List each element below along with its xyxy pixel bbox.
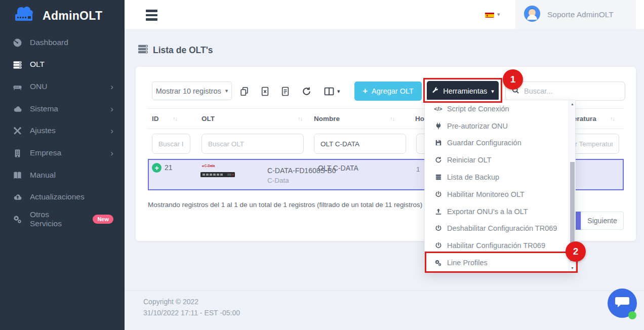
power-icon bbox=[434, 242, 442, 249]
column-visibility-icon[interactable]: ▾ bbox=[324, 87, 340, 96]
sidebar-item-dashboard[interactable]: Dashboard bbox=[0, 34, 125, 51]
building-icon bbox=[12, 148, 22, 158]
pagination-next-button[interactable]: Siguiente bbox=[581, 212, 624, 230]
caret-down-icon: ▾ bbox=[337, 88, 340, 95]
caret-down-icon: ▾ bbox=[497, 11, 500, 18]
menu-item-script-de-conexion[interactable]: </> Script de Conexión bbox=[425, 100, 575, 117]
chevron-right-icon: › bbox=[110, 149, 113, 157]
footer-datetime: 31/10/2022 17:11 - EST -05:00 bbox=[143, 309, 240, 317]
sidebar-item-manual[interactable]: Manual bbox=[0, 167, 125, 184]
cell-nombre: OLT C-DATA bbox=[318, 164, 358, 172]
sort-icon: ↑↓ bbox=[610, 115, 615, 121]
plus-icon: + bbox=[363, 86, 368, 96]
book-icon bbox=[12, 170, 22, 180]
power-icon bbox=[434, 225, 442, 232]
show-entries-dropdown[interactable]: Mostrar 10 registros ▾ bbox=[152, 81, 232, 100]
chat-bubble-icon bbox=[615, 296, 630, 311]
olt-icon bbox=[12, 59, 22, 69]
upload-icon bbox=[434, 208, 442, 215]
save-icon bbox=[434, 139, 442, 146]
olt-device-image: ◄C-Data bbox=[199, 162, 237, 185]
sort-icon: ↑↓ bbox=[173, 115, 177, 121]
gears-icon bbox=[12, 214, 22, 224]
code-icon: </> bbox=[434, 106, 442, 112]
chevron-right-icon: › bbox=[110, 82, 113, 91]
menu-item-habilitar-monitoreo-olt[interactable]: Habilitar Monitoreo OLT bbox=[425, 186, 575, 203]
sidebar-item-label: Manual bbox=[30, 171, 56, 180]
dashboard-icon bbox=[12, 37, 22, 48]
sidebar-item-label: Empresa bbox=[30, 148, 61, 157]
table-search bbox=[505, 81, 625, 101]
menu-item-pre-autorizar-onu[interactable]: Pre-autorizar ONU bbox=[425, 117, 575, 135]
column-header-id[interactable]: ID bbox=[152, 115, 159, 122]
backup-icon bbox=[434, 174, 442, 181]
search-input[interactable] bbox=[524, 87, 619, 95]
tools-dropdown-menu: </> Script de Conexión Pre-autorizar ONU… bbox=[424, 100, 576, 272]
table-info-text: Mostrando registros del 1 al 1 de un tot… bbox=[148, 201, 422, 209]
expand-row-icon[interactable]: + bbox=[152, 163, 162, 173]
sidebar-item-sistema[interactable]: Sistema › bbox=[0, 100, 125, 117]
filter-nombre-input[interactable] bbox=[314, 134, 406, 154]
annotation-box-1 bbox=[423, 78, 502, 103]
column-header-olt[interactable]: OLT bbox=[202, 115, 215, 122]
scroll-up-icon[interactable]: ▲ bbox=[569, 102, 576, 106]
sidebar-item-onu[interactable]: ONU › bbox=[0, 78, 125, 95]
sidebar-item-label: OLT bbox=[30, 60, 45, 69]
sidebar: AdminOLT Dashboard OLT ONU › Siste bbox=[0, 0, 125, 330]
sidebar-item-olt[interactable]: OLT bbox=[0, 56, 125, 73]
refresh-icon[interactable] bbox=[302, 87, 311, 96]
document-file-icon[interactable] bbox=[281, 87, 289, 96]
language-selector[interactable]: ▾ bbox=[485, 0, 500, 29]
refresh-icon bbox=[434, 156, 442, 163]
sidebar-item-otros-servicios[interactable]: Otros Servicios New bbox=[0, 211, 125, 228]
sort-icon: ↑↓ bbox=[390, 115, 394, 121]
user-menu[interactable]: Soporte AdminOLT bbox=[515, 0, 636, 29]
sidebar-item-label: ONU bbox=[30, 82, 47, 91]
menu-item-lista-de-backup[interactable]: Lista de Backup bbox=[425, 169, 575, 186]
table-export-toolbar: ▾ bbox=[240, 82, 340, 100]
adminolt-screen: AdminOLT Dashboard OLT ONU › Siste bbox=[0, 0, 644, 330]
sidebar-item-label: Otros Servicios bbox=[30, 210, 81, 228]
sidebar-item-label: Actualizaciones bbox=[30, 192, 85, 201]
menu-item-exportar-onus-a-la-olt[interactable]: Exportar ONU's a la OLT bbox=[425, 203, 575, 220]
adminolt-logo-icon bbox=[11, 5, 38, 26]
menu-item-reiniciar-olt[interactable]: Reiniciar OLT bbox=[425, 151, 575, 169]
plug-icon bbox=[434, 122, 442, 130]
olt-list-icon bbox=[138, 45, 148, 56]
sidebar-item-empresa[interactable]: Empresa › bbox=[0, 144, 125, 161]
step-1-badge: 1 bbox=[503, 69, 523, 90]
chevron-right-icon: › bbox=[110, 105, 113, 113]
filter-olt-input[interactable] bbox=[202, 134, 304, 154]
online-status-dot bbox=[628, 311, 636, 319]
cloud-upload-icon bbox=[12, 192, 22, 202]
hamburger-menu-icon[interactable] bbox=[146, 10, 157, 23]
sidebar-item-actualizaciones[interactable]: Actualizaciones bbox=[0, 188, 125, 205]
sidebar-item-label: Ajustes bbox=[30, 126, 56, 135]
page-title: Lista de OLT's bbox=[138, 45, 213, 56]
annotation-box-2 bbox=[425, 252, 578, 273]
avatar bbox=[524, 6, 540, 24]
tools-icon bbox=[12, 126, 22, 136]
sort-icon: ↑↓ bbox=[298, 115, 302, 121]
filter-id-input[interactable] bbox=[152, 134, 190, 154]
app-logo[interactable]: AdminOLT bbox=[11, 5, 102, 26]
chat-widget-button[interactable] bbox=[608, 288, 637, 318]
power-icon bbox=[434, 191, 442, 198]
spain-flag-icon bbox=[485, 12, 494, 18]
copy-icon[interactable] bbox=[240, 87, 249, 96]
sidebar-item-label: Sistema bbox=[30, 104, 58, 113]
sidebar-item-ajustes[interactable]: Ajustes › bbox=[0, 122, 125, 139]
caret-down-icon: ▾ bbox=[225, 88, 228, 94]
footer-divider bbox=[125, 290, 644, 291]
cloud-icon bbox=[12, 104, 22, 114]
footer-copyright: Copyright © 2022 bbox=[143, 298, 198, 306]
add-olt-button[interactable]: + Agregar OLT bbox=[354, 81, 422, 101]
excel-file-icon[interactable] bbox=[261, 87, 269, 96]
onu-icon bbox=[12, 81, 22, 92]
menu-item-guardar-configuracion[interactable]: Guardar Configuración bbox=[425, 135, 575, 152]
column-header-nombre[interactable]: Nombre bbox=[314, 115, 340, 122]
svg-text:◄C-Data: ◄C-Data bbox=[201, 164, 215, 168]
cell-host: 1 bbox=[416, 166, 420, 173]
menu-item-deshabilitar-configuracion-tr069[interactable]: Deshabilitar Configuración TR069 bbox=[425, 220, 575, 237]
app-logo-text: AdminOLT bbox=[43, 9, 102, 23]
